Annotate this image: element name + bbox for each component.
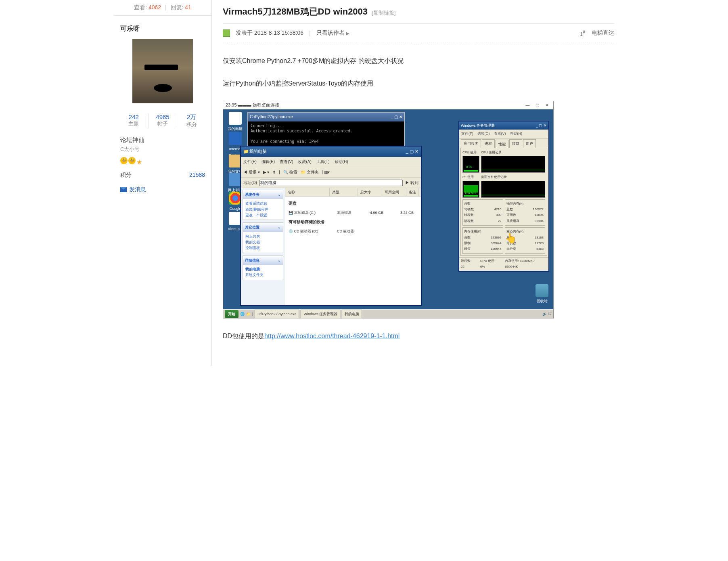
author-name[interactable]: 可乐呀 [114,16,211,39]
task-manager-window: Windows 任务管理器_ ▢ ✕ 文件(F)选项(O)查看(V)帮助(H) … [458,121,549,271]
rdp-titlebar: 23.95 ▬▬▬ 远程桌面连接 — ▢ ✕ [223,101,553,109]
thread-stats: 查看: 4062 | 回复: 41 [114,0,211,16]
triangle-icon: ▶ [346,31,349,36]
cursor-icon: 👆 [505,229,517,247]
copy-link-button[interactable]: [复制链接] [372,9,395,17]
window-controls-icon: _ ▢ ✕ [391,113,402,121]
star-icon: ★ [136,158,142,166]
badge-icon [120,157,128,164]
badge-icon [128,157,136,164]
user-badge-icon [223,29,230,37]
post-body: 仅安装Chrome Python2.7 +700多M的虚拟内存 的硬盘大小状况 … [223,43,614,366]
window-controls-icon: _ ▢ ✕ [406,148,418,156]
sidebar: 查看: 4062 | 回复: 41 可乐呀 242主题 4965帖子 2万积分 … [114,0,212,366]
points-row: 积分 21588 [114,168,211,182]
thread-title: Virmach5刀128MB鸡已DD win2003 [223,6,368,18]
address-input[interactable] [259,180,403,186]
desktop-icon-recycle: 回收站 [536,284,548,304]
replies-count: 41 [185,4,191,10]
window-controls-icon: — ▢ ✕ [525,102,551,109]
dd-package-link[interactable]: http://www.hostloc.com/thread-462919-1-1… [264,333,400,339]
stat-topics[interactable]: 242主题 [119,113,149,128]
elevator-button[interactable]: 电梯直达 [592,29,614,37]
start-button: 开始 [225,310,238,318]
only-author-button[interactable]: 只看该作者 ▶ [316,29,349,37]
views-count: 4062 [149,4,161,10]
points-value: 21588 [189,172,205,179]
main-content: Virmach5刀128MB鸡已DD win2003 [复制链接] 发表于 20… [212,0,614,366]
taskbar: 开始 🌐📁| C:\Python27\python.exe Windows 任务… [223,309,553,318]
remote-desktop: 我的电脑 Internet Explorer 我的文档 网上邻居 Google … [223,109,553,309]
embedded-screenshot: 23.95 ▬▬▬ 远程桌面连接 — ▢ ✕ 我的电脑 Internet Exp… [223,101,554,318]
author-rank: 论坛神仙 [114,132,211,146]
floor-number: 1# [580,29,585,37]
author-subtitle: C大小号 [114,146,211,155]
explorer-window: 📁 我的电脑_ ▢ ✕ 文件(F)编辑(E)查看(V)收藏(A)工具(T)帮助(… [240,146,422,306]
send-message-link[interactable]: 发消息 [114,182,211,197]
cmd-window: C:\Python27\python.exe_ ▢ ✕ Connecting..… [247,112,405,147]
author-badges: ★ [114,155,211,168]
stat-points[interactable]: 2万积分 [177,113,206,128]
post-paragraph: 仅安装Chrome Python2.7 +700多M的虚拟内存 的硬盘大小状况 [223,55,614,67]
desktop-icon-my-computer: 我的电脑 [226,112,245,132]
post-paragraph: 运行Python的小鸡监控ServerStatus-Toyo的内存使用 [223,78,614,90]
post-paragraph: DD包使用的是http://www.hostloc.com/thread-462… [223,331,614,342]
posted-label: 发表于 2018-8-13 15:58:06 [236,29,303,37]
author-stats: 242主题 4965帖子 2万积分 [114,109,211,132]
avatar[interactable] [132,39,193,103]
window-controls-icon: _ ▢ ✕ [536,122,547,129]
stat-posts[interactable]: 4965帖子 [149,113,178,128]
envelope-icon [120,187,127,192]
